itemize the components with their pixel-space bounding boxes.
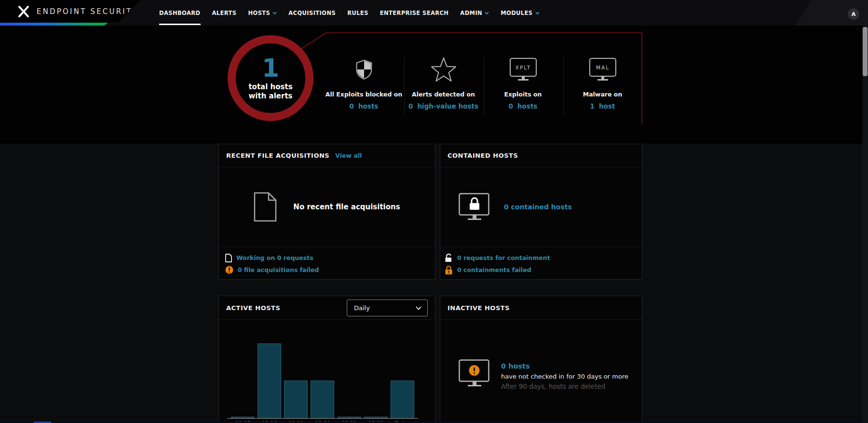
scrollbar-track[interactable] <box>862 26 868 423</box>
svg-text:XPLT: XPLT <box>515 65 530 70</box>
acquisitions-failed-link[interactable]: 0 file acquisitions failed <box>238 266 319 273</box>
nav-menu: DASHBOARD ALERTS HOSTS ACQUISITIONS RULE… <box>159 0 540 26</box>
nav-item-acquisitions[interactable]: ACQUISITIONS <box>288 0 336 26</box>
star-icon <box>431 57 457 82</box>
stat-divider <box>404 57 405 116</box>
nav-item-hosts[interactable]: HOSTS <box>248 0 277 26</box>
card-title: CONTAINED HOSTS <box>448 152 518 159</box>
shield-icon <box>354 58 374 81</box>
chart-axis <box>227 418 418 419</box>
bar-08-20 <box>311 381 334 418</box>
nav-item-dashboard[interactable]: DASHBOARD <box>159 0 201 26</box>
top-nav: ENDPOINT SECURITY DASHBOARD ALERTS HOSTS… <box>0 0 868 26</box>
monitor-malware-icon: MAL <box>589 58 616 81</box>
recent-file-acquisitions-card: RECENT FILE ACQUISITIONS View all No rec… <box>218 144 435 280</box>
lock-open-icon <box>445 253 453 262</box>
nav-item-rules[interactable]: RULES <box>347 0 368 26</box>
brand-title: ENDPOINT SECURITY <box>37 7 138 16</box>
stat-value-link[interactable]: 0hosts <box>324 102 404 110</box>
stat-divider <box>563 57 564 116</box>
view-all-link[interactable]: View all <box>335 152 362 159</box>
containment-requests-link[interactable]: 0 requests for containment <box>457 254 550 261</box>
scrollbar-thumb[interactable] <box>863 27 868 76</box>
file-small-icon <box>225 254 232 262</box>
warning-circle-icon <box>225 266 233 274</box>
working-requests-link[interactable]: Working on 0 requests <box>236 254 313 261</box>
stat-malware-on: MAL Malware on 1host <box>563 55 642 110</box>
active-hosts-card: ACTIVE HOSTS Daily 08-1708-1808-1908-200… <box>218 296 435 423</box>
inactive-hosts-description: have not checked in for 30 days or more <box>501 373 628 380</box>
bar-08-19 <box>284 381 308 418</box>
contained-hosts-card: CONTAINED HOSTS 0 contained hosts 0 requ… <box>440 144 642 280</box>
contained-hosts-count-link[interactable]: 0 contained hosts <box>504 203 572 211</box>
brand-logo-block: ENDPOINT SECURITY <box>0 0 141 23</box>
brand-gradient-bar <box>0 23 108 26</box>
card-title: ACTIVE HOSTS <box>226 304 280 312</box>
nav-item-modules[interactable]: MODULES <box>501 0 539 26</box>
brand-x-icon <box>17 5 30 18</box>
stat-value-link[interactable]: 0hosts <box>483 102 563 110</box>
monitor-exploit-icon: XPLT <box>510 58 537 81</box>
user-avatar[interactable]: A <box>848 8 859 20</box>
monitor-lock-icon <box>459 193 490 221</box>
stat-alerts-detected: Alerts detected on 0high-value hosts <box>404 55 483 110</box>
total-hosts-label: total hosts with alerts <box>248 82 292 101</box>
chevron-down-icon <box>485 12 489 14</box>
file-icon <box>254 192 277 222</box>
containments-failed-link[interactable]: 0 containments failed <box>457 266 531 273</box>
nav-item-enterprise-search[interactable]: ENTERPRISE SEARCH <box>380 0 449 26</box>
chevron-down-icon <box>416 306 421 310</box>
stat-exploits-blocked: All Exploits blocked on 0hosts <box>324 55 404 110</box>
total-hosts-count: 1 <box>262 55 279 81</box>
period-select[interactable]: Daily <box>347 300 428 316</box>
period-select-value: Daily <box>354 304 370 312</box>
card-title: INACTIVE HOSTS <box>448 304 510 312</box>
inactive-hosts-card: INACTIVE HOSTS 0 hosts have not checked … <box>440 296 642 423</box>
card-title: RECENT FILE ACQUISITIONS <box>226 152 329 159</box>
chevron-down-icon <box>272 12 277 14</box>
monitor-alert-icon <box>459 359 490 387</box>
inactive-hosts-note: After 90 days, hosts are deleted <box>501 382 628 390</box>
stat-divider <box>484 57 484 116</box>
nav-item-alerts[interactable]: ALERTS <box>212 0 237 26</box>
empty-message: No recent file acquisitions <box>293 203 400 211</box>
bar-Today <box>391 381 414 418</box>
bar-08-18 <box>258 343 281 418</box>
chevron-down-icon <box>535 12 540 14</box>
hero-stats-row: All Exploits blocked on 0hosts Alerts de… <box>324 55 642 110</box>
inactive-hosts-count-link[interactable]: 0 hosts <box>501 362 628 370</box>
stat-exploits-on: XPLT Exploits on 0hosts <box>483 55 563 110</box>
lock-failed-icon <box>445 265 453 274</box>
total-hosts-ring: 1 total hosts with alerts <box>228 35 313 121</box>
stat-value-link[interactable]: 0high-value hosts <box>404 102 483 110</box>
svg-text:MAL: MAL <box>596 65 609 70</box>
stat-value-link[interactable]: 1host <box>563 102 642 110</box>
chart-bars <box>231 325 414 418</box>
nav-item-admin[interactable]: ADMIN <box>460 0 489 26</box>
